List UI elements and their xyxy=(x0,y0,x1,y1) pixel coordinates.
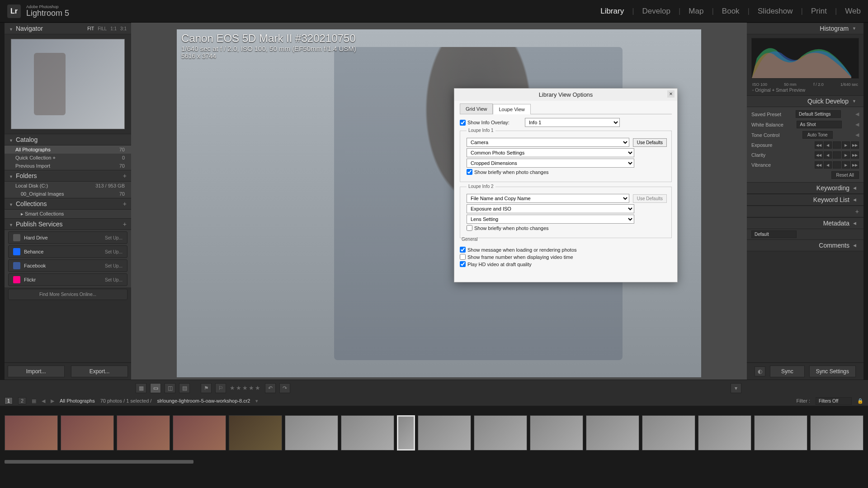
add-publish-button[interactable]: + xyxy=(123,221,127,228)
filmstrip-thumb[interactable] xyxy=(698,415,751,450)
loupe1-brief-checkbox[interactable] xyxy=(467,169,472,175)
show-loading-message-checkbox[interactable] xyxy=(460,247,466,253)
filmstrip-thumb[interactable] xyxy=(642,415,695,450)
add-collection-button[interactable]: + xyxy=(123,200,127,207)
play-hd-draft-checkbox[interactable] xyxy=(460,261,466,267)
stepper[interactable]: ▶ xyxy=(842,161,850,169)
navigator-thumbnail[interactable] xyxy=(11,39,125,129)
stepper[interactable]: ◀ xyxy=(824,161,832,169)
folder-drive[interactable]: Local Disk (C:)313 / 953 GB xyxy=(5,182,131,190)
zoom-fill[interactable]: FILL xyxy=(98,26,107,31)
filmstrip-thumb[interactable] xyxy=(397,415,415,450)
stepper[interactable] xyxy=(833,151,841,159)
loupe2-defaults-button[interactable]: Use Defaults xyxy=(633,194,667,203)
loupe2-line2-select[interactable]: Exposure and ISO xyxy=(467,204,634,213)
loupe1-line1-select[interactable]: Camera xyxy=(467,138,629,147)
module-library[interactable]: Library xyxy=(600,7,624,16)
back-icon[interactable]: ◀ xyxy=(42,398,45,404)
stepper[interactable]: ◀◀ xyxy=(815,141,823,149)
stepper[interactable]: ▶▶ xyxy=(851,161,859,169)
navigator-zoom-ratios[interactable]: FITFILL1:13:1 xyxy=(87,26,127,31)
flag-pick-icon[interactable]: ⚑ xyxy=(201,383,212,393)
import-button[interactable]: Import... xyxy=(8,366,65,377)
toolbar-menu-icon[interactable]: ▾ xyxy=(731,383,741,393)
stepper[interactable]: ◀ xyxy=(824,141,832,149)
find-more-services[interactable]: Find More Services Online... xyxy=(8,289,127,300)
stepper[interactable]: ▶ xyxy=(842,141,850,149)
filmstrip-thumb[interactable] xyxy=(117,415,170,450)
compare-view-icon[interactable]: ◫ xyxy=(165,383,175,393)
zoom-1:1[interactable]: 1:1 xyxy=(110,26,117,31)
stepper[interactable]: ◀◀ xyxy=(815,161,823,169)
module-web[interactable]: Web xyxy=(845,7,861,16)
catalog-header[interactable]: ▼Catalog xyxy=(5,134,131,145)
filmstrip-thumb[interactable] xyxy=(173,415,226,450)
sync-toggle[interactable]: ◐ xyxy=(755,366,765,376)
flag-reject-icon[interactable]: ⚐ xyxy=(215,383,226,393)
publish-flickr[interactable]: FlickrSet Up... xyxy=(8,273,127,286)
histogram-display[interactable] xyxy=(751,38,859,79)
comments-header[interactable]: Comments◀ xyxy=(747,239,863,251)
rating-stars[interactable]: ★★★★★ xyxy=(230,385,261,391)
filmstrip-thumb[interactable] xyxy=(754,415,807,450)
filmstrip-thumb[interactable] xyxy=(61,415,114,450)
saved-preset-select[interactable]: Default Settings xyxy=(796,110,841,118)
catalog-item[interactable]: Previous Import70 xyxy=(5,162,131,170)
reset-all-button[interactable]: Reset All xyxy=(831,171,859,179)
publish-behance[interactable]: BehanceSet Up... xyxy=(8,245,127,258)
catalog-item[interactable]: Quick Collection +0 xyxy=(5,154,131,162)
show-info-overlay-checkbox[interactable] xyxy=(460,120,466,126)
zoom-3:1[interactable]: 3:1 xyxy=(120,26,127,31)
collections-header[interactable]: ▼Collections + xyxy=(5,198,131,210)
loupe-view-icon[interactable]: ▭ xyxy=(150,383,161,393)
stepper[interactable]: ▶▶ xyxy=(851,151,859,159)
navigator-header[interactable]: ▼Navigator FITFILL1:13:1 xyxy=(5,23,131,34)
module-map[interactable]: Map xyxy=(689,7,703,16)
monitor-2-button[interactable]: 2 xyxy=(18,397,26,404)
publish-facebook[interactable]: FacebookSet Up... xyxy=(8,259,127,272)
filmstrip-thumb[interactable] xyxy=(5,415,58,450)
zoom-fit[interactable]: FIT xyxy=(87,26,94,31)
tab-grid-view[interactable]: Grid View xyxy=(460,103,493,114)
loupe2-brief-checkbox[interactable] xyxy=(467,225,472,231)
stepper[interactable]: ◀◀ xyxy=(815,151,823,159)
grid-small-icon[interactable]: ▦ xyxy=(32,398,36,404)
metadata-header[interactable]: Metadata◀ xyxy=(747,217,863,229)
filmstrip-thumb[interactable] xyxy=(810,415,863,450)
filmstrip-thumb[interactable] xyxy=(341,415,394,450)
stepper[interactable] xyxy=(833,141,841,149)
white-balance-select[interactable]: As Shot xyxy=(797,121,842,128)
info-overlay-select[interactable]: Info 1 xyxy=(525,118,620,127)
filter-select[interactable]: Filters Off xyxy=(816,397,852,405)
filter-lock-icon[interactable]: 🔒 xyxy=(857,398,863,404)
folder-item[interactable]: 00_Original Images70 xyxy=(5,190,131,198)
export-button[interactable]: Export... xyxy=(71,366,128,377)
folders-header[interactable]: ▼Folders + xyxy=(5,170,131,182)
loupe2-line1-select[interactable]: File Name and Copy Name xyxy=(467,194,629,203)
filmstrip-source[interactable]: All Photographs xyxy=(60,398,95,404)
sync-button[interactable]: Sync xyxy=(770,366,805,377)
loupe1-line2-select[interactable]: Common Photo Settings xyxy=(467,148,634,157)
forward-icon[interactable]: ▶ xyxy=(51,398,54,404)
filmstrip-thumb[interactable] xyxy=(418,415,471,450)
stepper[interactable] xyxy=(833,161,841,169)
filmstrip-thumb[interactable] xyxy=(229,415,282,450)
monitor-1-button[interactable]: 1 xyxy=(5,397,13,404)
tab-loupe-view[interactable]: Loupe View xyxy=(493,104,530,114)
add-keyword-button[interactable]: + xyxy=(855,208,859,215)
histogram-header[interactable]: Histogram▼ xyxy=(747,23,863,34)
collection-item[interactable]: ▸ Smart Collections xyxy=(5,210,131,218)
auto-tone-button[interactable]: Auto Tone xyxy=(802,131,833,139)
module-print[interactable]: Print xyxy=(811,7,827,16)
filmstrip[interactable] xyxy=(0,406,868,460)
module-book[interactable]: Book xyxy=(722,7,740,16)
filmstrip-scrollbar[interactable] xyxy=(0,460,868,465)
loupe2-line3-select[interactable]: Lens Setting xyxy=(467,215,634,224)
loupe-view[interactable]: Canon EOS 5D Mark II #320210750 1/640 se… xyxy=(131,23,747,380)
filmstrip-thumb[interactable] xyxy=(474,415,527,450)
filmstrip-thumb[interactable] xyxy=(586,415,639,450)
module-develop[interactable]: Develop xyxy=(642,7,670,16)
stepper[interactable]: ▶▶ xyxy=(851,141,859,149)
loupe1-line3-select[interactable]: Cropped Dimensions xyxy=(467,159,634,168)
loupe1-defaults-button[interactable]: Use Defaults xyxy=(633,138,667,147)
